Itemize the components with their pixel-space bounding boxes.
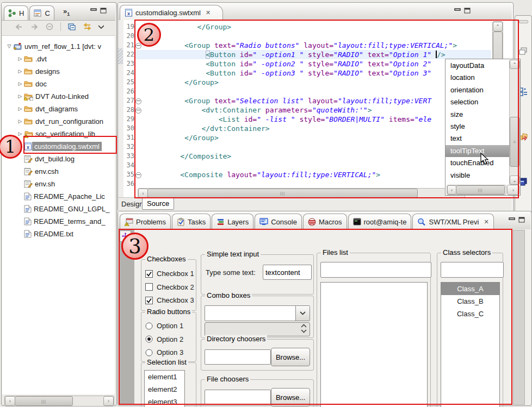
explorer-tab-h[interactable]: H xyxy=(4,5,28,20)
tab-label: C xyxy=(45,9,50,17)
tree-item-doc[interactable]: ▷doc xyxy=(2,78,115,90)
class-filter-input[interactable] xyxy=(441,262,504,278)
completion-item-touchenabled[interactable]: touchEnabled xyxy=(446,157,509,169)
dropdown-hscrollbar[interactable]: ‹ ||| xyxy=(447,185,506,195)
file-input[interactable] xyxy=(205,390,271,405)
tree-item-dvt-diagrams[interactable]: ▷dvt_diagrams xyxy=(2,103,115,115)
tab-overflow-indicator[interactable]: »1 xyxy=(63,7,70,17)
checkbox-2[interactable]: Checkbox 2 xyxy=(145,283,194,291)
completion-item-text[interactable]: text xyxy=(446,133,509,145)
class-list-item-class_a[interactable]: Class_A xyxy=(441,283,499,295)
view-tab-console[interactable]: Console xyxy=(255,214,302,229)
link-round-icon[interactable] xyxy=(45,23,54,30)
dropdown-hscroll-right[interactable]: › xyxy=(507,185,519,195)
view-tab-macros[interactable]: Macros xyxy=(303,214,347,229)
checkbox-3[interactable]: Checkbox 3 xyxy=(145,296,194,304)
tab-close-icon[interactable]: ✕ xyxy=(206,9,211,16)
maximize-icon[interactable] xyxy=(464,8,471,14)
completion-item-size[interactable]: size xyxy=(446,109,509,121)
xml-file-icon: x xyxy=(125,9,133,17)
completion-item-visible[interactable]: visible xyxy=(446,170,509,181)
collapse-all-icon[interactable] xyxy=(67,23,76,30)
tree-item-readme-gnu-lgpl-[interactable]: README_GNU_LGPL_ xyxy=(2,203,115,215)
files-filter-input[interactable] xyxy=(320,262,431,278)
completion-item-style[interactable]: style xyxy=(446,121,509,133)
checkbox-1[interactable]: Checkbox 1 xyxy=(145,270,194,278)
explorer-tab-c[interactable]: C xyxy=(29,5,54,20)
expander-icon[interactable]: ▷ xyxy=(16,106,24,111)
completion-item-orientation[interactable]: orientation xyxy=(446,84,509,96)
tree-item-uvm-ref-flow-1-1-dvt-v[interactable]: ▽uvm_ref_flow_1.1 [dvt: v xyxy=(2,40,115,52)
tree-item--dvt[interactable]: ▷.dvt xyxy=(2,53,115,65)
simple-text-input[interactable]: textcontent xyxy=(263,265,312,280)
selection-listbox[interactable]: element1element2element3 xyxy=(144,370,185,407)
preview-right-scroll-strip[interactable] xyxy=(513,230,525,405)
sync-arrows-icon[interactable] xyxy=(83,23,92,30)
back-icon[interactable] xyxy=(15,23,23,30)
radio-option-2[interactable]: Option 2 xyxy=(145,335,183,343)
editor-tab-customdialog[interactable]: x customdialog.swtxml ✕ xyxy=(120,5,223,20)
selection-list-item-element2[interactable]: element2 xyxy=(145,383,184,396)
c-view-icon xyxy=(34,9,42,17)
tree-item-dvt-run-configuration[interactable]: ▷dvt_run_configuration xyxy=(2,115,115,127)
text-file-icon xyxy=(24,217,32,226)
class-list-item-class_c[interactable]: Class_C xyxy=(441,308,499,320)
expander-icon[interactable]: ▷ xyxy=(16,81,24,86)
tree-item-soc-verification-lib[interactable]: ▷soc_verification_lib xyxy=(2,128,115,140)
tree-item-readme-apache-lic[interactable]: README_Apache_Lic xyxy=(2,190,115,202)
directory-input[interactable] xyxy=(205,349,271,365)
radio-option-1[interactable]: Option 1 xyxy=(145,322,183,330)
minimize-icon[interactable] xyxy=(90,8,97,14)
combo-spinner-button[interactable] xyxy=(301,323,307,336)
tree-item-env-csh[interactable]: env.csh xyxy=(2,165,115,177)
tree-item-readme-terms-and-[interactable]: README_terms_and_ xyxy=(2,215,115,227)
expander-icon[interactable]: ▷ xyxy=(16,118,24,124)
expander-icon[interactable]: ▷ xyxy=(16,56,24,61)
tree-item-readme-txt[interactable]: README.txt xyxy=(2,228,115,240)
checkbox-box-icon xyxy=(145,283,153,291)
completion-item-location[interactable]: location xyxy=(446,72,509,84)
selection-list-item-element1[interactable]: element1 xyxy=(145,371,184,383)
expander-icon[interactable]: ▷ xyxy=(16,131,24,136)
view-tab-root-amiq-te[interactable]: root@amiq-te xyxy=(348,214,412,229)
tree-item-label: customdialog.swtxml xyxy=(32,142,102,151)
view-tab-layers[interactable]: Layers xyxy=(212,214,253,229)
completion-item-selection[interactable]: selection xyxy=(446,96,509,108)
tab-source[interactable]: Source xyxy=(142,198,174,210)
minimize-icon[interactable] xyxy=(454,8,461,14)
tree-item-env-sh[interactable]: env.sh xyxy=(2,178,115,190)
tree-item-designs[interactable]: ▷designs xyxy=(2,65,115,77)
file-browse-button[interactable]: Browse... xyxy=(271,388,310,406)
combo-dropdown-button[interactable] xyxy=(295,306,310,321)
forward-icon[interactable] xyxy=(30,23,39,30)
dropdown-vscrollbar[interactable]: ⌃ ⌄ ≡ xyxy=(509,60,520,185)
selection-list-item-element3[interactable]: element3 xyxy=(145,396,184,407)
expander-icon[interactable]: ▽ xyxy=(5,43,13,49)
code-editor[interactable]: </Group> <Group text="Radio buttons" lay… xyxy=(138,22,491,197)
view-tab-swt-xml-previ[interactable]: SWT/XML Previ✕ xyxy=(412,214,493,229)
view-menu-icon[interactable] xyxy=(98,25,104,29)
minimize-icon[interactable] xyxy=(509,217,515,223)
radio-option-3[interactable]: Option 3 xyxy=(145,348,183,356)
class-listbox[interactable]: Class_AClass_BClass_C xyxy=(441,282,500,407)
maximize-icon[interactable] xyxy=(100,8,107,14)
strip-drag-handle[interactable] xyxy=(519,20,528,23)
directory-browse-button[interactable]: Browse... xyxy=(271,348,310,366)
tab-design[interactable]: Design xyxy=(121,200,143,208)
view-tab-problems[interactable]: Problems xyxy=(120,214,171,229)
completion-item-layoutdata[interactable]: layoutData xyxy=(446,60,509,72)
expander-icon[interactable]: ▷ xyxy=(16,93,24,99)
tree-item-dvt-auto-linked[interactable]: ▷DVT Auto-Linked xyxy=(2,90,115,102)
tab-close-icon[interactable]: ✕ xyxy=(484,218,488,226)
annotation-circle-2: 2 xyxy=(137,23,161,47)
class-list-item-class_b[interactable]: Class_B xyxy=(441,295,499,308)
expander-icon[interactable]: ▷ xyxy=(16,68,24,74)
explorer-hscrollbar[interactable]: ‹ ||| › xyxy=(4,396,114,406)
code-line-33: </Composite> xyxy=(138,152,231,161)
restore-views-icon[interactable] xyxy=(519,47,527,55)
maximize-icon[interactable] xyxy=(518,217,525,223)
completion-item-tooltiptext[interactable]: toolTipText xyxy=(446,145,509,157)
combo-box-1[interactable] xyxy=(205,305,310,321)
files-listbox[interactable] xyxy=(320,282,428,407)
view-tab-tasks[interactable]: Tasks xyxy=(172,214,211,229)
